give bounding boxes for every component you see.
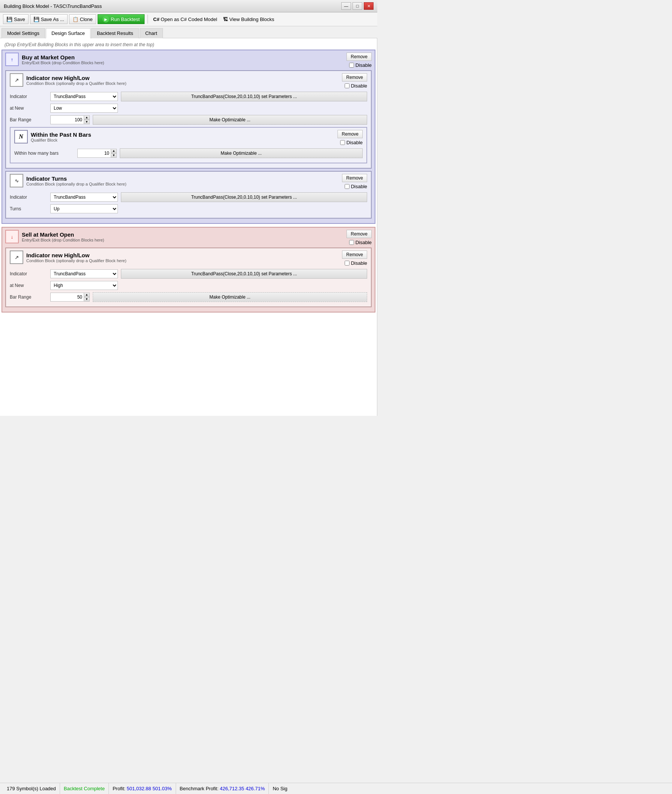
indicator-hl2-bar-range-down[interactable]: ▼ bbox=[84, 297, 90, 302]
indicator-turns-remove-button[interactable]: Remove bbox=[342, 174, 367, 182]
indicator-hl1-indicator-select[interactable]: TruncBandPass bbox=[50, 92, 118, 101]
tab-backtest-results[interactable]: Backtest Results bbox=[91, 28, 139, 38]
new-high-low-icon-2: ↗ bbox=[14, 255, 19, 260]
tab-model-settings[interactable]: Model Settings bbox=[2, 28, 45, 38]
indicator-turns-params-button[interactable]: TruncBandPass(Close,20,0.10,10) set Para… bbox=[121, 192, 367, 202]
tabs-bar: Model Settings Design Surface Backtest R… bbox=[0, 26, 377, 38]
qualifier-title: Within the Past N Bars bbox=[31, 132, 91, 138]
view-bb-icon: 🏗 bbox=[223, 16, 228, 22]
indicator-hl2-bar-range-input[interactable]: 50 bbox=[50, 293, 84, 302]
qualifier-subtitle: Qualifier Block bbox=[31, 138, 91, 142]
indicator-turns-controls: Remove Disable bbox=[342, 174, 367, 189]
indicator-hl1-bar-range-down[interactable]: ▼ bbox=[84, 120, 90, 124]
maximize-button[interactable]: □ bbox=[352, 2, 362, 10]
new-high-low-icon: ↗ bbox=[14, 77, 19, 83]
drop-hint: (Drop Entry/Exit Building Blocks in this… bbox=[2, 40, 375, 50]
window-title: Building Block Model - TASC\TruncBandPas… bbox=[4, 3, 102, 9]
buy-disable-checkbox[interactable] bbox=[349, 63, 354, 67]
tab-design-surface[interactable]: Design Surface bbox=[46, 28, 90, 38]
indicator-hl2-at-new-row: at New High Low bbox=[10, 281, 367, 290]
sell-block-subtitle: Entry/Exit Block (drop Condition Blocks … bbox=[22, 238, 104, 242]
indicator-hl1-form: Indicator TruncBandPass TruncBandPass(Cl… bbox=[10, 91, 367, 125]
indicator-turns-turns-label: Turns bbox=[10, 206, 47, 212]
save-as-button[interactable]: 💾 Save As ... bbox=[30, 14, 67, 24]
indicator-hl2-bar-range-row: Bar Range 50 ▲ ▼ Make Optimizable ... bbox=[10, 292, 367, 302]
indicator-hl2-optimizable-button[interactable]: Make Optimizable ... bbox=[93, 292, 367, 302]
indicator-hl1-at-new-select[interactable]: Low High bbox=[50, 104, 118, 113]
toolbar: 💾 Save 💾 Save As ... 📋 Clone ▶ Run Backt… bbox=[0, 13, 377, 26]
indicator-hl2-params-button[interactable]: TruncBandPass(Close,20,0.10,10) set Para… bbox=[121, 269, 367, 279]
minimize-button[interactable]: — bbox=[341, 2, 351, 10]
qualifier-disable-checkbox[interactable] bbox=[340, 140, 345, 145]
qualifier-within-input[interactable]: 10 bbox=[77, 149, 111, 158]
indicator-turns-disable-label: Disable bbox=[345, 184, 367, 189]
qualifier-remove-button[interactable]: Remove bbox=[338, 130, 363, 138]
title-bar: Building Block Model - TASC\TruncBandPas… bbox=[0, 0, 377, 13]
indicator-hl2-indicator-row: Indicator TruncBandPass TruncBandPass(Cl… bbox=[10, 269, 367, 279]
indicator-hl1-bar-range-spinner: 100 ▲ ▼ bbox=[50, 115, 90, 124]
indicator-hl2-at-new-select[interactable]: High Low bbox=[50, 281, 118, 290]
qualifier-optimizable-button[interactable]: Make Optimizable ... bbox=[120, 148, 363, 158]
indicator-hl2-indicator-label: Indicator bbox=[10, 271, 47, 276]
indicator-hl2-header: ↗ Indicator new High/Low Condition Block… bbox=[10, 250, 367, 266]
indicator-hl1-disable-checkbox[interactable] bbox=[345, 83, 349, 88]
qualifier-within-spin-btns: ▲ ▼ bbox=[111, 149, 117, 158]
indicator-turns-subtitle: Condition Block (optionally drop a Quali… bbox=[26, 182, 126, 186]
buy-icon: ↑ bbox=[5, 53, 19, 66]
tab-chart[interactable]: Chart bbox=[140, 28, 163, 38]
indicator-hl1-bar-range-up[interactable]: ▲ bbox=[84, 115, 90, 120]
indicator-hl2-indicator-select[interactable]: TruncBandPass bbox=[50, 269, 118, 278]
indicator-hl1-optimizable-button[interactable]: Make Optimizable ... bbox=[93, 115, 367, 125]
indicator-hl2-at-new-label: at New bbox=[10, 283, 47, 288]
toolbar-separator bbox=[147, 14, 148, 24]
indicator-hl1-bar-range-input[interactable]: 100 bbox=[50, 115, 84, 124]
save-button[interactable]: 💾 Save bbox=[3, 14, 29, 24]
indicator-hl1-params-button[interactable]: TruncBandPass(Close,20,0.10,10) set Para… bbox=[121, 91, 367, 101]
buy-title-area: ↑ Buy at Market Open Entry/Exit Block (d… bbox=[5, 53, 347, 66]
indicator-hl2-disable-checkbox[interactable] bbox=[345, 261, 349, 266]
indicator-hl2-remove-button[interactable]: Remove bbox=[342, 250, 367, 259]
qualifier-form: Within how many bars 10 ▲ ▼ Make Optimiz… bbox=[14, 148, 363, 158]
qualifier-within-up[interactable]: ▲ bbox=[111, 149, 117, 153]
buy-block-title: Buy at Market Open bbox=[22, 54, 104, 61]
indicator-hl1-title-area: ↗ Indicator new High/Low Condition Block… bbox=[10, 73, 342, 87]
indicator-hl1-remove-button[interactable]: Remove bbox=[342, 73, 367, 82]
indicator-hl2-disable-label: Disable bbox=[345, 260, 367, 266]
open-cs-label: Open as C# Coded Model bbox=[161, 16, 217, 22]
sell-disable-checkbox[interactable] bbox=[349, 240, 354, 245]
qualifier-text: Within the Past N Bars Qualifier Block bbox=[31, 132, 91, 142]
sell-title-area: ↓ Sell at Market Open Entry/Exit Block (… bbox=[5, 230, 347, 243]
clone-button[interactable]: 📋 Clone bbox=[69, 14, 96, 24]
indicator-hl2-controls: Remove Disable bbox=[342, 250, 367, 266]
indicator-turns-indicator-row: Indicator TruncBandPass TruncBandPass(Cl… bbox=[10, 192, 367, 202]
buy-remove-button[interactable]: Remove bbox=[347, 53, 372, 61]
sell-at-market-open-block: ↓ Sell at Market Open Entry/Exit Block (… bbox=[2, 227, 375, 313]
run-icon: ▶ bbox=[102, 16, 109, 22]
qualifier-within-label: Within how many bars bbox=[14, 151, 74, 156]
indicator-turns-indicator-select[interactable]: TruncBandPass bbox=[50, 192, 118, 202]
view-building-blocks-label: View Building Blocks bbox=[229, 16, 274, 22]
save-label: Save bbox=[14, 16, 25, 22]
indicator-hl1-at-new-row: at New Low High bbox=[10, 104, 367, 113]
indicator-hl2-bar-range-up[interactable]: ▲ bbox=[84, 293, 90, 297]
sell-remove-button[interactable]: Remove bbox=[347, 230, 372, 238]
clone-icon: 📋 bbox=[72, 16, 78, 22]
cs-label: C# bbox=[153, 16, 160, 22]
run-backtest-label: Run Backtest bbox=[111, 16, 140, 22]
buy-block-subtitle: Entry/Exit Block (drop Condition Blocks … bbox=[22, 61, 104, 65]
design-surface-content: (Drop Entry/Exit Building Blocks in this… bbox=[0, 38, 377, 416]
indicator-turns-turns-select[interactable]: Up Down bbox=[50, 204, 118, 213]
indicator-hl2-subtitle: Condition Block (optionally drop a Quali… bbox=[26, 258, 126, 263]
open-cs-button[interactable]: C# Open as C# Coded Model bbox=[151, 15, 219, 24]
indicator-hl1-icon: ↗ bbox=[10, 73, 23, 87]
qualifier-within-down[interactable]: ▼ bbox=[111, 153, 117, 158]
indicator-turns-disable-checkbox[interactable] bbox=[345, 184, 349, 189]
indicator-hl1-indicator-label: Indicator bbox=[10, 94, 47, 99]
run-backtest-button[interactable]: ▶ Run Backtest bbox=[98, 14, 144, 24]
indicator-hl2-title-area: ↗ Indicator new High/Low Condition Block… bbox=[10, 250, 342, 264]
save-as-icon: 💾 bbox=[34, 16, 39, 22]
view-building-blocks-button[interactable]: 🏗 View Building Blocks bbox=[221, 15, 276, 24]
buy-disable-label: Disable bbox=[349, 63, 372, 68]
qualifier-within-row: Within how many bars 10 ▲ ▼ Make Optimiz… bbox=[14, 148, 363, 158]
close-button[interactable]: ✕ bbox=[364, 2, 374, 10]
